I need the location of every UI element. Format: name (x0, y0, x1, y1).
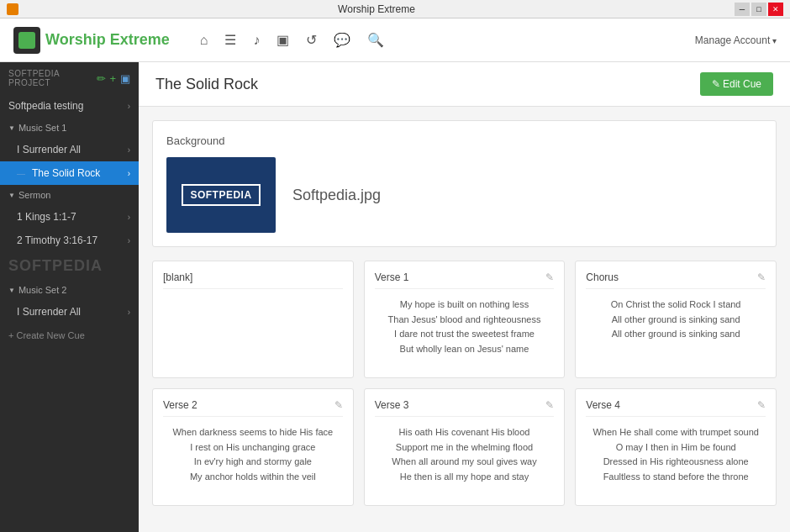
sidebar-item-1kings[interactable]: 1 Kings 1:1-7 › (0, 205, 139, 229)
content-header: The Solid Rock ✎ Edit Cue (139, 62, 790, 107)
add-icon[interactable]: ✏ (97, 72, 107, 85)
background-content: SOFTPEDIA Softpedia.jpg (166, 157, 762, 233)
verse-grid: [blank] Verse 1 ✎ My hope is built on no… (152, 261, 777, 506)
sidebar-item-the-solid-rock[interactable]: — The Solid Rock › (0, 161, 139, 185)
edit-pencil-icon[interactable]: ✎ (545, 271, 554, 283)
content-body: Background SOFTPEDIA Softpedia.jpg [blan… (139, 107, 790, 519)
verse-title: Chorus (586, 271, 619, 283)
triangle-down-icon: ▼ (8, 287, 15, 294)
close-button[interactable]: ✕ (768, 3, 783, 16)
active-item-icons: — The Solid Rock (17, 167, 100, 179)
list-icon[interactable]: ☰ (224, 32, 236, 48)
set-label: Music Set 1 (18, 123, 66, 133)
verse-text: His oath His covenant His bloodSupport m… (375, 425, 555, 484)
home-icon[interactable]: ⌂ (200, 33, 208, 48)
edit-pencil-icon[interactable]: ✎ (757, 271, 766, 283)
verse-card-header: [blank] (163, 271, 343, 289)
verse-card-header: Verse 3 ✎ (375, 399, 555, 417)
title-bar-controls: ─ □ ✕ (735, 3, 783, 16)
background-section: Background SOFTPEDIA Softpedia.jpg (152, 120, 777, 247)
edit-pencil-icon[interactable]: ✎ (334, 399, 343, 411)
verse-title: Verse 3 (375, 399, 409, 411)
verse-card-verse4: Verse 4 ✎ When He shall come with trumpe… (575, 388, 777, 506)
edit-pencil-icon[interactable]: ✎ (757, 399, 766, 411)
sidebar-item-i-surrender-all-2[interactable]: I Surrender All › (0, 300, 139, 324)
sidebar-label: The Solid Rock (32, 167, 100, 179)
sidebar-set-music2: ▼ Music Set 2 (0, 280, 139, 300)
app-icon (7, 3, 18, 15)
verse-card-verse2: Verse 2 ✎ When darkness seems to hide Hi… (152, 388, 354, 506)
dash-icon: — (17, 169, 25, 178)
chevron-right-icon: › (128, 308, 130, 317)
verse-card-header: Verse 2 ✎ (163, 399, 343, 417)
main-layout: SOFTPEDIA PROJECT ✏ + ▣ Softpedia testin… (0, 62, 790, 532)
verse-card-header: Verse 4 ✎ (586, 399, 766, 417)
search-icon[interactable]: 🔍 (367, 32, 384, 48)
verse-title: Verse 4 (586, 399, 620, 411)
sidebar: SOFTPEDIA PROJECT ✏ + ▣ Softpedia testin… (0, 62, 139, 532)
logo-text: Worship Extreme (45, 31, 170, 49)
create-new-cue-button[interactable]: + Create New Cue (0, 324, 139, 347)
triangle-down-icon: ▼ (8, 192, 15, 199)
edit-cue-button[interactable]: ✎ Edit Cue (700, 72, 773, 96)
sidebar-label: I Surrender All (17, 306, 81, 318)
sidebar-set-sermon: ▼ Sermon (0, 185, 139, 205)
maximize-button[interactable]: □ (751, 3, 766, 16)
toolbar-icons: ⌂ ☰ ♪ ▣ ↺ 💬 🔍 (200, 32, 385, 48)
edit-pencil-icon[interactable]: ✎ (545, 399, 554, 411)
verse-card-blank: [blank] (152, 261, 354, 378)
content-area: The Solid Rock ✎ Edit Cue Background SOF… (139, 62, 790, 532)
chevron-right-icon: › (128, 145, 130, 155)
sidebar-label: Softpedia testing (8, 100, 83, 112)
sidebar-item-i-surrender-all-1[interactable]: I Surrender All › (0, 138, 139, 161)
background-thumbnail: SOFTPEDIA (166, 157, 276, 233)
verse-text: When He shall come with trumpet soundO m… (586, 425, 766, 484)
triangle-down-icon: ▼ (8, 124, 15, 132)
sidebar-watermark: SOFTPEDIA (0, 252, 139, 280)
sidebar-label: I Surrender All (17, 144, 81, 155)
toolbar-right: Manage Account (695, 34, 777, 46)
app-logo: Worship Extreme (13, 27, 170, 54)
sidebar-project-actions: ✏ + ▣ (97, 72, 130, 85)
plus-icon[interactable]: + (109, 72, 116, 85)
chevron-right-icon: › (128, 236, 130, 245)
project-label: SOFTPEDIA PROJECT (8, 69, 97, 87)
undo-icon[interactable]: ↺ (306, 32, 317, 48)
verse-card-header: Chorus ✎ (586, 271, 766, 289)
verse-text: When darkness seems to hide His faceI re… (163, 425, 343, 484)
softpedia-logo: SOFTPEDIA (182, 184, 260, 206)
manage-account-button[interactable]: Manage Account (695, 34, 777, 46)
verse-text: My hope is built on nothing lessThan Jes… (375, 298, 555, 356)
sidebar-project-header: SOFTPEDIA PROJECT ✏ + ▣ (0, 62, 139, 94)
sidebar-label: 2 Timothy 3:16-17 (17, 234, 97, 246)
background-label: Background (166, 134, 762, 147)
toolbar: Worship Extreme ⌂ ☰ ♪ ▣ ↺ 💬 🔍 Manage Acc… (0, 18, 790, 62)
chevron-right-icon: › (128, 213, 130, 222)
verse-card-verse3: Verse 3 ✎ His oath His covenant His bloo… (364, 388, 566, 506)
set-label: Sermon (18, 190, 51, 200)
verse-card-header: Verse 1 ✎ (375, 271, 555, 289)
sidebar-item-2timothy[interactable]: 2 Timothy 3:16-17 › (0, 229, 139, 252)
image-icon[interactable]: ▣ (276, 32, 289, 48)
chevron-right-icon: › (128, 169, 130, 178)
toolbar-left: Worship Extreme ⌂ ☰ ♪ ▣ ↺ 💬 🔍 (13, 27, 384, 54)
verse-title: Verse 1 (375, 271, 409, 283)
sidebar-set-music1: ▼ Music Set 1 (0, 118, 139, 138)
music-icon[interactable]: ♪ (253, 33, 260, 48)
verse-text: On Christ the solid Rock I standAll othe… (586, 298, 766, 342)
sidebar-label: 1 Kings 1:1-7 (17, 211, 76, 223)
folder-icon[interactable]: ▣ (120, 72, 131, 85)
chevron-right-icon: › (128, 102, 130, 111)
minimize-button[interactable]: ─ (735, 3, 750, 16)
logo-icon (13, 27, 40, 54)
logo-inner (18, 32, 35, 49)
verse-title: Verse 2 (163, 399, 198, 411)
sidebar-item-softpedia-testing[interactable]: Softpedia testing › (0, 94, 139, 118)
app-container: Worship Extreme ⌂ ☰ ♪ ▣ ↺ 💬 🔍 Manage Acc… (0, 18, 790, 532)
chat-icon[interactable]: 💬 (334, 32, 350, 48)
verse-card-verse1: Verse 1 ✎ My hope is built on nothing le… (364, 261, 566, 378)
verse-card-chorus: Chorus ✎ On Christ the solid Rock I stan… (575, 261, 777, 378)
title-bar: Worship Extreme ─ □ ✕ (0, 0, 790, 18)
title-bar-title: Worship Extreme (18, 3, 735, 15)
verse-title: [blank] (163, 271, 192, 283)
